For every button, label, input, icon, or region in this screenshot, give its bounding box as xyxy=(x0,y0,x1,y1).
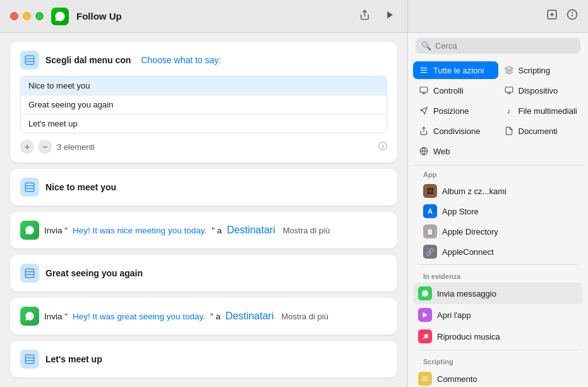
category-scripting[interactable]: Scripting xyxy=(498,61,584,79)
action-prefix-1: Invia " xyxy=(44,226,68,235)
app-icon-1: A xyxy=(423,204,437,218)
fullscreen-button[interactable] xyxy=(35,12,44,20)
block-label-3: Let's meet up xyxy=(45,354,102,364)
action-link-2[interactable]: Destinatari xyxy=(225,310,273,322)
messages-icon-2 xyxy=(20,307,39,326)
share-button[interactable] xyxy=(357,8,373,25)
app-label-2: Apple Directory xyxy=(442,227,498,236)
category-controlli[interactable]: Controlli xyxy=(413,82,498,99)
content-area: Scegli dal menu con Choose what to say: … xyxy=(0,33,407,387)
svg-marker-1 xyxy=(387,11,393,18)
svg-rect-26 xyxy=(505,87,513,92)
dispositivo-icon xyxy=(503,85,515,96)
category-label-1: Scripting xyxy=(519,66,551,75)
menu-item-2[interactable]: Great seeing you again xyxy=(21,95,387,114)
category-label-4: Posizione xyxy=(433,106,469,116)
search-input[interactable] xyxy=(435,41,575,51)
block-lets-meet: Let's meet up xyxy=(10,341,397,378)
menu-item-3[interactable]: Let's meet up xyxy=(21,114,387,133)
app-row-1[interactable]: A App Store xyxy=(418,201,578,221)
posizione-icon xyxy=(418,105,429,116)
block-icon-3 xyxy=(20,350,39,369)
category-all-actions[interactable]: Tutte le azioni xyxy=(413,61,498,79)
condivisione-icon xyxy=(418,125,429,137)
search-input-wrap[interactable]: 🔍 xyxy=(416,38,580,54)
block-nice-to-meet: Nice to meet you xyxy=(10,169,397,206)
highlight-section-label: In evidenza xyxy=(413,267,583,283)
action-highlight-2: Hey! It was great seeing you today. xyxy=(73,312,205,321)
category-label-8: Web xyxy=(433,147,450,156)
category-condivisione[interactable]: Condivisione xyxy=(413,122,498,140)
divider-2 xyxy=(418,264,578,265)
action-prefix-2: Invia " xyxy=(44,312,68,321)
highlight-row-1[interactable]: Apri l'app xyxy=(413,304,583,326)
card-header: Scegli dal menu con Choose what to say: xyxy=(20,51,387,70)
category-web[interactable]: Web xyxy=(413,142,498,160)
category-file-multimediali[interactable]: ♪ File multimediali xyxy=(498,102,584,120)
block-great-seeing: Great seeing you again xyxy=(10,255,397,292)
file-multimediali-icon: ♪ xyxy=(503,105,515,116)
action-card-1: Invia " Hey! It was nice meeting you tod… xyxy=(10,212,397,249)
block-label-1: Nice to meet you xyxy=(45,182,116,192)
menu-list: Nice to meet you Great seeing you again … xyxy=(20,76,387,133)
app-icon xyxy=(51,8,69,25)
highlight-row-0[interactable]: Invia messaggio xyxy=(413,283,583,304)
svg-rect-11 xyxy=(25,355,34,364)
highlight-label-1: Apri l'app xyxy=(437,310,471,320)
right-titlebar xyxy=(408,0,588,33)
action-highlight-1: Hey! It was nice meeting you today. xyxy=(73,226,207,235)
svg-rect-23 xyxy=(420,87,428,92)
app-row-0[interactable]: 🖼 Album z cz...kami xyxy=(418,181,578,201)
category-posizione[interactable]: Posizione xyxy=(413,102,498,120)
highlight-icon-1 xyxy=(418,308,432,322)
action-list: App 🖼 Album z cz...kami A App Store 📋 Ap… xyxy=(408,166,588,387)
scripting-label-0: Commento xyxy=(437,374,477,384)
card-title: Scegli dal menu con xyxy=(45,55,131,65)
category-label-5: File multimediali xyxy=(519,106,577,116)
scripting-icon-0 xyxy=(418,372,432,386)
card-footer: + − 3 elementi ⓘ xyxy=(20,140,387,154)
titlebar: Follow Up xyxy=(0,0,407,33)
divider-3 xyxy=(418,350,578,350)
highlight-icon-2 xyxy=(418,329,432,343)
category-label-2: Controlli xyxy=(433,86,464,95)
menu-item-1[interactable]: Nice to meet you xyxy=(21,77,387,95)
category-grid: Tutte le azioni Scripting Controlli xyxy=(408,59,588,165)
documenti-icon xyxy=(503,125,515,137)
minimize-button[interactable] xyxy=(23,12,31,20)
scripting-row-0[interactable]: Commento xyxy=(413,368,583,387)
add-item-button[interactable]: + xyxy=(20,140,34,154)
action-suffix-1: " a xyxy=(212,226,222,235)
left-panel: Follow Up xyxy=(0,0,407,387)
item-count: 3 elementi xyxy=(57,142,95,152)
action-more-1[interactable]: Mostra di più xyxy=(283,226,330,235)
category-documenti[interactable]: Documenti xyxy=(498,122,584,140)
action-more-2[interactable]: Mostra di più xyxy=(281,312,328,321)
category-label-0: Tutte le azioni xyxy=(433,66,484,75)
app-section-label: App xyxy=(413,166,583,181)
svg-rect-8 xyxy=(25,269,34,278)
scripting-section-label: Scripting xyxy=(413,353,583,368)
app-label-1: App Store xyxy=(442,207,479,216)
category-label-6: Condivisione xyxy=(433,126,480,136)
app-row-2[interactable]: 📋 Apple Directory xyxy=(418,221,578,242)
info-button[interactable] xyxy=(567,9,578,23)
remove-item-button[interactable]: − xyxy=(38,140,52,154)
add-action-button[interactable] xyxy=(546,9,558,23)
app-icon-0: 🖼 xyxy=(423,184,437,198)
action-link-1[interactable]: Destinatari xyxy=(227,224,275,236)
app-icon-2: 📋 xyxy=(423,224,437,238)
info-icon[interactable]: ⓘ xyxy=(378,141,387,152)
search-bar: 🔍 xyxy=(408,33,588,59)
web-icon xyxy=(418,145,429,157)
play-button[interactable] xyxy=(383,9,397,24)
highlight-row-2[interactable]: Riproduci musica xyxy=(413,326,583,347)
app-row-3[interactable]: 🔗 AppleConnect xyxy=(418,242,578,262)
block-icon-1 xyxy=(20,178,39,197)
card-link[interactable]: Choose what to say: xyxy=(141,55,221,65)
titlebar-actions xyxy=(357,8,397,25)
svg-marker-32 xyxy=(423,312,428,318)
close-button[interactable] xyxy=(10,12,18,20)
app-label-3: AppleConnect xyxy=(442,247,494,257)
category-dispositivo[interactable]: Dispositivo xyxy=(498,82,584,99)
